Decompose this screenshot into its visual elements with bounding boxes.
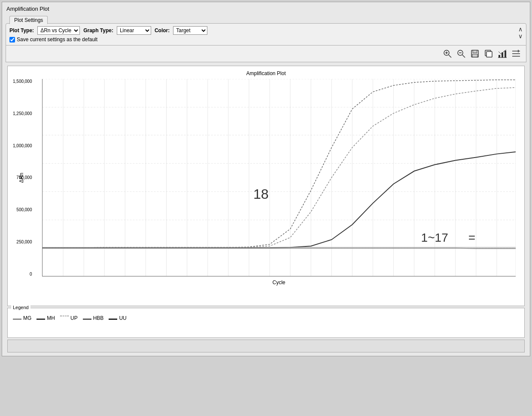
toolbar <box>6 46 526 62</box>
legend-item-mg: MG <box>13 315 31 321</box>
svg-text:8: 8 <box>123 276 128 276</box>
svg-rect-8 <box>473 50 477 53</box>
svg-text:18: 18 <box>224 276 233 276</box>
svg-text:38: 38 <box>430 276 440 276</box>
color-label: Color: <box>155 27 170 33</box>
svg-text:12: 12 <box>161 276 171 276</box>
save-default-label: Save current settings as the default <box>17 36 97 43</box>
chart-inner: ΔRn 1,500,000 1,250,000 1,000,000 750,00… <box>42 79 516 276</box>
y-tick: 750,000 <box>16 175 32 180</box>
legend-label-mg: MG <box>23 315 31 321</box>
svg-text:40: 40 <box>451 276 460 276</box>
svg-text:0: 0 <box>42 276 45 276</box>
zoom-out-btn[interactable] <box>456 48 467 59</box>
zoom-in-btn[interactable] <box>442 48 453 59</box>
svg-text:36: 36 <box>409 276 419 276</box>
y-tick: 250,000 <box>16 240 32 244</box>
chart-svg: 18 1~17 = 0 2 4 6 8 10 12 14 16 18 <box>42 79 516 276</box>
svg-text:32: 32 <box>368 276 377 276</box>
legend-box: Legend MG MH UP HBB <box>7 308 525 338</box>
y-tick: 1,250,000 <box>13 111 32 116</box>
x-axis-label: Cycle <box>42 279 516 285</box>
save-btn[interactable] <box>469 48 480 59</box>
svg-line-16 <box>499 52 501 54</box>
y-tick: 1,500,000 <box>13 79 32 84</box>
svg-text:16: 16 <box>203 276 213 276</box>
chart-title: Amplification Plot <box>12 70 520 76</box>
legend-label-hbb: HBB <box>93 315 104 321</box>
title-bar: Amplification Plot <box>4 4 528 15</box>
y-tick: 1,000,000 <box>13 143 32 148</box>
panel-settings-btn[interactable] <box>511 48 522 59</box>
main-window: Amplification Plot Plot Settings Plot Ty… <box>2 2 530 356</box>
legend-title: Legend <box>11 305 30 310</box>
svg-text:=: = <box>468 231 475 244</box>
plot-settings-box: Plot Settings Plot Type: ΔRn vs Cycle Rn… <box>6 23 526 46</box>
chart-view-btn[interactable] <box>497 48 508 59</box>
window-title: Amplification Plot <box>6 6 49 12</box>
bottom-bar <box>7 340 525 352</box>
y-tick: 500,000 <box>16 207 32 212</box>
legend-swatch-mh <box>36 319 45 320</box>
legend-item-up: UP <box>60 315 78 321</box>
legend-items: MG MH UP HBB UU <box>13 312 519 321</box>
save-default-checkbox[interactable] <box>9 37 15 43</box>
svg-text:24: 24 <box>286 276 295 276</box>
svg-text:30: 30 <box>347 276 357 276</box>
legend-swatch-uu <box>109 319 117 320</box>
svg-rect-11 <box>486 52 492 57</box>
svg-text:10: 10 <box>141 276 150 276</box>
svg-text:6: 6 <box>102 276 107 276</box>
settings-row-top: Plot Type: ΔRn vs Cycle Rn vs Cycle Thre… <box>9 26 523 35</box>
svg-text:44: 44 <box>492 276 502 276</box>
scroll-up-btn[interactable]: ∧ <box>518 26 523 32</box>
legend-item-mh: MH <box>36 315 55 321</box>
y-tick: 0 <box>30 272 32 276</box>
svg-text:20: 20 <box>244 276 254 276</box>
legend-swatch-hbb <box>83 319 91 320</box>
chart-area: Amplification Plot ΔRn 1,500,000 1,250,0… <box>7 66 525 306</box>
legend-label-uu: UU <box>119 315 126 321</box>
legend-label-up: UP <box>70 315 78 321</box>
svg-line-1 <box>449 55 451 58</box>
save-settings-row: Save current settings as the default <box>9 36 523 43</box>
svg-text:34: 34 <box>389 276 398 276</box>
plot-type-label: Plot Type: <box>9 27 34 33</box>
scroll-down-btn[interactable]: ∨ <box>518 33 523 39</box>
svg-text:22: 22 <box>265 276 274 276</box>
svg-text:42: 42 <box>471 276 481 276</box>
graph-type-select[interactable]: Linear Log <box>117 26 151 35</box>
plot-settings-tab: Plot Settings <box>9 16 48 24</box>
scroll-arrows: ∧ ∨ <box>518 26 523 39</box>
svg-line-5 <box>462 55 465 58</box>
graph-type-label: Graph Type: <box>83 27 113 33</box>
plot-type-select[interactable]: ΔRn vs Cycle Rn vs Cycle Threshold <box>37 26 80 35</box>
svg-rect-12 <box>499 55 500 58</box>
legend-label-mh: MH <box>47 315 55 321</box>
svg-text:2: 2 <box>61 276 66 276</box>
legend-swatch-mg <box>13 319 21 320</box>
annotation-117: 1~17 <box>421 231 448 244</box>
svg-rect-14 <box>505 51 506 58</box>
svg-text:46: 46 <box>511 276 516 276</box>
copy-btn[interactable] <box>483 48 494 59</box>
legend-swatch-up <box>60 316 69 321</box>
legend-item-hbb: HBB <box>83 315 104 321</box>
color-select[interactable]: Target Sample Well <box>173 26 207 35</box>
svg-text:28: 28 <box>327 276 336 276</box>
legend-item-uu: UU <box>109 315 126 321</box>
svg-text:4: 4 <box>82 276 86 276</box>
svg-rect-9 <box>472 54 477 57</box>
svg-text:26: 26 <box>306 276 316 276</box>
svg-text:14: 14 <box>182 276 192 276</box>
annotation-18: 18 <box>253 186 269 202</box>
